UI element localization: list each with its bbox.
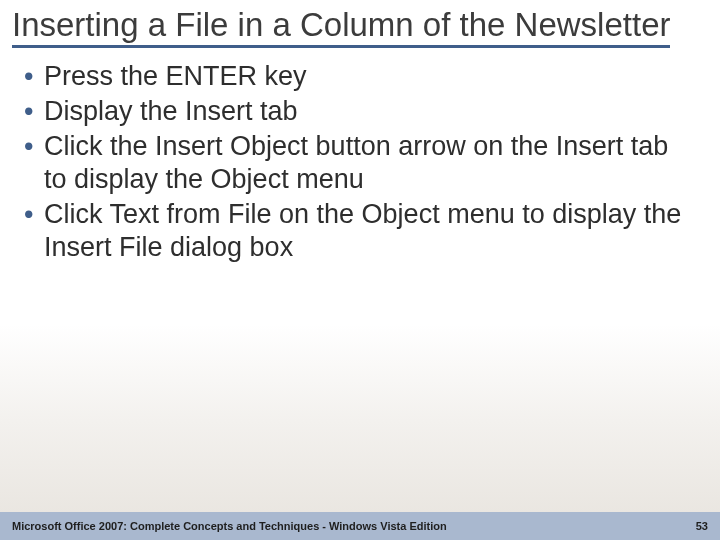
page-number: 53	[696, 520, 708, 532]
list-item: Click Text from File on the Object menu …	[20, 198, 696, 264]
slide-title: Inserting a File in a Column of the News…	[12, 6, 670, 48]
list-item: Display the Insert tab	[20, 95, 696, 128]
list-item: Click the Insert Object button arrow on …	[20, 130, 696, 196]
slide: Inserting a File in a Column of the News…	[0, 0, 720, 540]
list-item: Press the ENTER key	[20, 60, 696, 93]
bullet-list: Press the ENTER key Display the Insert t…	[20, 60, 696, 264]
footer-bar: Microsoft Office 2007: Complete Concepts…	[0, 512, 720, 540]
title-block: Inserting a File in a Column of the News…	[0, 0, 720, 44]
body-block: Press the ENTER key Display the Insert t…	[0, 44, 720, 264]
footer-text: Microsoft Office 2007: Complete Concepts…	[12, 520, 447, 532]
